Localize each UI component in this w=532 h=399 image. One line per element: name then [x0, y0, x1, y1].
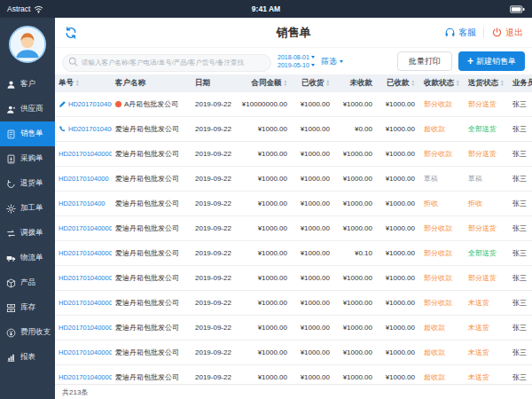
order-no-link[interactable]: HD20170104000 — [59, 175, 109, 183]
search-input[interactable] — [62, 54, 271, 72]
received-payment-cell: ¥1000.00 — [378, 92, 420, 116]
column-header[interactable]: 送货状态▲▼ — [465, 78, 509, 89]
received-goods-cell: ¥1000.00 — [293, 291, 335, 315]
sidebar-item-return-orders[interactable]: 退货单 — [0, 171, 55, 196]
app-header: 销售单 客服 退出 — [55, 18, 532, 48]
column-header[interactable]: 收款状态▲▼ — [420, 78, 465, 89]
order-no-link[interactable]: HD2017010400 — [68, 125, 112, 133]
logout-button[interactable]: 退出 — [491, 27, 523, 39]
column-header[interactable]: 合同金额▲▼ — [234, 78, 293, 89]
sidebar-item-label: 库存 — [20, 302, 35, 313]
order-no-link[interactable]: HD201701040000 — [59, 249, 112, 257]
delivery-status: 部分送货 — [465, 92, 509, 116]
sidebar-item-purchase-orders[interactable]: 采购单 — [0, 146, 55, 171]
column-header[interactable]: 单号▲▼ — [55, 78, 112, 89]
payment-status: 超收款 — [420, 340, 465, 364]
column-label: 收款状态 — [424, 78, 454, 89]
salesman-cell: 张三 — [509, 266, 532, 290]
sidebar-item-processing-orders[interactable]: 加工单 — [0, 196, 55, 221]
expenses-icon — [6, 328, 16, 338]
total-count-label: 共213条 — [62, 387, 88, 397]
chevron-down-icon — [311, 64, 315, 66]
suppliers-icon — [6, 105, 16, 114]
customer-cell: 爱迪丹箱包批发公司 — [112, 291, 192, 315]
order-no-link[interactable]: HD201701040000 — [59, 299, 112, 307]
sidebar-item-customers[interactable]: 客户 — [0, 72, 55, 97]
sort-icon[interactable]: ▲▼ — [326, 80, 330, 87]
column-header: 未收款 — [335, 78, 378, 89]
received-goods-cell: ¥1000.00 — [293, 142, 335, 166]
sidebar-item-label: 加工单 — [20, 203, 43, 214]
column-header[interactable]: 已收货▲▼ — [293, 78, 335, 89]
customer-name: 爱迪丹箱包批发公司 — [115, 149, 179, 159]
customer-name: 爱迪丹箱包批发公司 — [115, 199, 179, 208]
sidebar-item-products[interactable]: 产品 — [0, 270, 55, 295]
sidebar-item-transfer-orders[interactable]: 调拨单 — [0, 221, 55, 246]
table-row[interactable]: HD2017010400A丹箱包批发公司2019-09-22¥10000000.… — [55, 92, 532, 117]
sidebar-item-label: 销售单 — [20, 129, 43, 139]
date-to-selector[interactable]: 2019-05-10 — [278, 62, 315, 68]
sidebar-item-reports[interactable]: 报表 — [0, 345, 55, 370]
table-row[interactable]: HD201701040000爱迪丹箱包批发公司2019-09-22¥1000.0… — [55, 216, 532, 241]
order-no-link[interactable]: HD201701040000 — [59, 324, 112, 332]
date-cell: 2019-09-22 — [192, 167, 234, 191]
table-row[interactable]: HD201701040000爱迪丹箱包批发公司2019-09-22¥1000.0… — [55, 142, 532, 167]
sidebar-item-logistics-orders[interactable]: 物流单 — [0, 246, 55, 270]
pencil-icon[interactable] — [59, 100, 66, 108]
payment-status: 部分收款 — [420, 266, 465, 290]
order-no-cell: HD201701040000 — [55, 216, 112, 240]
sort-icon[interactable]: ▲▼ — [500, 80, 504, 87]
order-no-link[interactable]: HD201701040000 — [59, 274, 112, 282]
table-row[interactable]: HD20170104000爱迪丹箱包批发公司2019-09-22¥1000.00… — [55, 167, 532, 192]
sidebar-item-inventory[interactable]: 库存 — [0, 295, 55, 320]
customer-cell: 爱迪丹箱包批发公司 — [112, 117, 192, 141]
sidebar-item-suppliers[interactable]: 供应商 — [0, 97, 55, 121]
customer-cell: 爱迪丹箱包批发公司 — [112, 216, 192, 240]
unpaid-amount-cell: ¥1000.00 — [335, 340, 378, 364]
table-row[interactable]: HD201701040000爱迪丹箱包批发公司2019-09-22¥1000.0… — [55, 291, 532, 316]
order-no-cell: HD201701040000 — [55, 241, 112, 265]
unpaid-amount-cell: ¥1000.00 — [335, 167, 378, 191]
order-no-link[interactable]: HD2017010400 — [68, 100, 112, 108]
sidebar-item-expenses[interactable]: 费用收支 — [0, 320, 55, 345]
table-row[interactable]: HD201701040000爱迪丹箱包批发公司2019-09-22¥1000.0… — [55, 340, 532, 365]
table-row[interactable]: HD201701040000爱迪丹箱包批发公司2019-09-22¥1000.0… — [55, 266, 532, 291]
order-no-link[interactable]: HD201701040000 — [59, 150, 112, 158]
order-no-cell: HD201701040000 — [55, 142, 112, 166]
new-sales-order-button[interactable]: + 新建销售单 — [458, 51, 525, 71]
column-header[interactable]: 已收款▲▼ — [378, 78, 420, 89]
phone-icon[interactable] — [59, 125, 66, 133]
batch-print-button[interactable]: 批量打印 — [397, 51, 452, 71]
contract-amount-cell: ¥1000.00 — [234, 167, 293, 191]
filter-dropdown[interactable]: 筛选 — [321, 56, 343, 67]
payment-status: 草稿 — [420, 167, 465, 191]
sort-icon[interactable]: ▲▼ — [456, 80, 459, 87]
order-no-link[interactable]: HD201701040000 — [59, 348, 112, 356]
customer-cell: 爱迪丹箱包批发公司 — [112, 142, 192, 166]
sort-icon[interactable]: ▲▼ — [411, 80, 415, 87]
toolbar: 2018-08-01 2019-05-10 筛选 批量打印 + 新建销售单 — [55, 48, 532, 74]
customer-cell: 爱迪丹箱包批发公司 — [112, 192, 192, 215]
inventory-icon — [6, 303, 16, 313]
table-row[interactable]: HD201701040000爱迪丹箱包批发公司2019-09-22¥1000.0… — [55, 241, 532, 266]
order-no-link[interactable]: HD201701040000 — [59, 373, 112, 381]
table-row[interactable]: HD2017010400爱迪丹箱包批发公司2019-09-22¥1000.00¥… — [55, 192, 532, 216]
delivery-status: 部分送货 — [465, 266, 509, 290]
sort-icon[interactable]: ▲▼ — [284, 80, 287, 87]
sidebar-item-sales-orders[interactable]: 销售单 — [0, 121, 55, 146]
date-from-selector[interactable]: 2018-08-01 — [278, 54, 315, 60]
refresh-icon[interactable] — [64, 26, 78, 40]
avatar[interactable] — [9, 26, 46, 63]
payment-status: 超收款 — [420, 117, 465, 141]
table-row[interactable]: HD2017010400爱迪丹箱包批发公司2019-09-22¥1000.00¥… — [55, 117, 532, 142]
order-no-link[interactable]: HD201701040000 — [59, 224, 112, 232]
salesman-cell: 张三 — [509, 241, 532, 265]
delivery-status: 部分送货 — [465, 142, 509, 166]
sort-icon[interactable]: ▲▼ — [75, 80, 79, 87]
date-cell: 2019-09-22 — [192, 117, 234, 141]
customer-service-button[interactable]: 客服 — [444, 27, 476, 39]
table-row[interactable]: HD201701040000爱迪丹箱包批发公司2019-09-22¥1000.0… — [55, 316, 532, 340]
order-no-link[interactable]: HD2017010400 — [59, 200, 106, 207]
order-no-cell: HD201701040000 — [55, 316, 112, 340]
date-range: 2018-08-01 2019-05-10 — [278, 54, 315, 68]
